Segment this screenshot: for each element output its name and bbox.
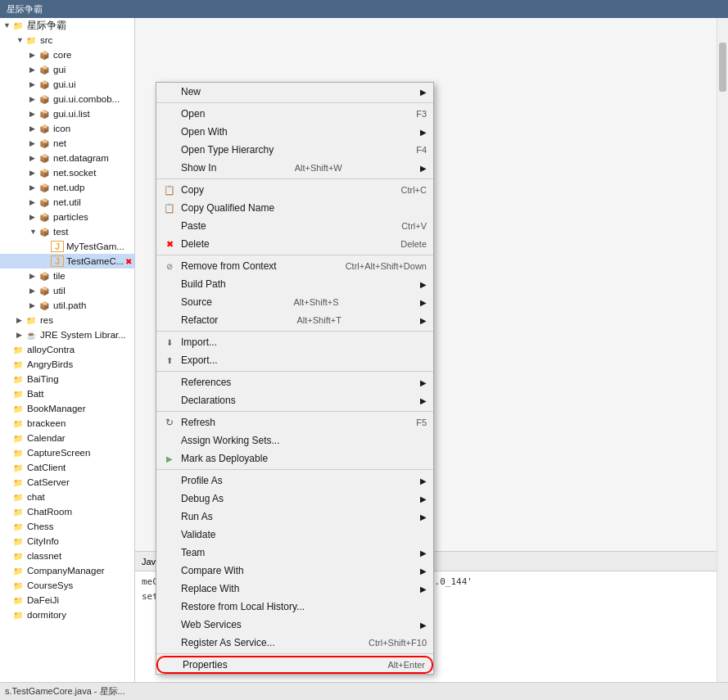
menu-item-open-with[interactable]: Open With ▶	[156, 123, 433, 141]
tree-item-label: net.socket	[53, 168, 96, 178]
tree-item[interactable]: 📁 chat	[0, 490, 134, 504]
menu-item-declarations[interactable]: Declarations ▶	[156, 391, 433, 409]
tree-item[interactable]: ▶ 📦 net.datagram	[0, 151, 134, 165]
menu-item-team[interactable]: Team ▶	[156, 544, 433, 562]
menu-item-copy-qualified-name[interactable]: 📋 Copy Qualified Name	[156, 199, 433, 217]
menu-item-run-as[interactable]: Run As ▶	[156, 508, 433, 526]
tree-item[interactable]: ▶ 📦 net.udp	[0, 180, 134, 195]
submenu-arrow-icon: ▶	[420, 88, 427, 97]
menu-item-build-path[interactable]: Build Path ▶	[156, 275, 433, 293]
tree-item[interactable]: 📁 Chess	[0, 519, 134, 534]
tree-item[interactable]: 📁 Calendar	[0, 431, 134, 445]
tree-item[interactable]: ▶ 📦 gui.ui	[0, 77, 134, 92]
menu-item-references[interactable]: References ▶	[156, 373, 433, 391]
menu-icon: ⬆	[161, 356, 178, 365]
tree-item[interactable]: 📁 dormitory	[0, 607, 134, 622]
menu-shortcut: Ctrl+V	[401, 221, 427, 231]
menu-item-source[interactable]: Source Alt+Shift+S ▶	[156, 293, 433, 311]
menu-item-copy[interactable]: 📋 Copy Ctrl+C	[156, 181, 433, 199]
menu-separator	[156, 255, 433, 255]
menu-item-mark-as-deployable[interactable]: ▶ Mark as Deployable	[156, 449, 433, 467]
tree-item[interactable]: 📁 DaFeiJi	[0, 593, 134, 607]
menu-item-refactor[interactable]: Refactor Alt+Shift+T ▶	[156, 311, 433, 329]
tree-item[interactable]: 📁 CourseSys	[0, 578, 134, 593]
submenu-arrow-icon: ▶	[420, 378, 427, 387]
menu-item-restore-from-local-history[interactable]: Restore from Local History...	[156, 598, 433, 616]
menu-separator	[156, 371, 433, 372]
tree-item[interactable]: 📁 CatServer	[0, 475, 134, 490]
menu-item-compare-with[interactable]: Compare With ▶	[156, 562, 433, 580]
tree-item[interactable]: 📁 brackeen	[0, 416, 134, 431]
tree-item[interactable]: 📁 BookManager	[0, 401, 134, 416]
tree-item[interactable]: 📁 AngryBirds	[0, 357, 134, 372]
tree-item-label: res	[40, 315, 53, 325]
tree-item[interactable]: ▶ 📁 res	[0, 313, 134, 327]
tree-item[interactable]: ▶ 📦 tile	[0, 269, 134, 283]
tree-item[interactable]: 📁 Batt	[0, 386, 134, 401]
tree-item[interactable]: J MyTestGam...	[0, 239, 134, 254]
tree-item[interactable]: 📁 classnet	[0, 549, 134, 563]
tree-item[interactable]: 📁 CaptureScreen	[0, 445, 134, 460]
package-icon: 📦	[38, 123, 51, 134]
scrollbar[interactable]	[717, 18, 728, 682]
tree-item[interactable]: ▶ ☕ JRE System Librar...	[0, 327, 134, 342]
tree-item[interactable]: ▶ 📦 particles	[0, 210, 134, 224]
tree-arrow: ▶	[29, 154, 38, 162]
menu-item-open-type-hierarchy[interactable]: Open Type Hierarchy F4	[156, 141, 433, 159]
tree-item[interactable]: J TestGameC... ✖	[0, 254, 134, 269]
package-icon: 📦	[38, 211, 51, 223]
folder-icon: 📁	[11, 432, 25, 444]
menu-item-export[interactable]: ⬆ Export...	[156, 351, 433, 369]
tree-item[interactable]: ▶ 📦 core	[0, 47, 134, 62]
menu-item-refresh[interactable]: ↻ Refresh F5	[156, 413, 433, 431]
menu-item-remove-from-context[interactable]: ⊘ Remove from Context Ctrl+Alt+Shift+Dow…	[156, 257, 433, 275]
menu-label: Register As Service...	[181, 637, 275, 648]
tree-item[interactable]: 📁 CompanyManager	[0, 563, 134, 578]
menu-item-web-services[interactable]: Web Services ▶	[156, 616, 433, 634]
menu-item-open[interactable]: Open F3	[156, 105, 433, 123]
tree-item-label: alloyContra	[27, 345, 75, 355]
tree-item[interactable]: 📁 CityInfo	[0, 534, 134, 549]
tree-item-label: gui.ui	[53, 79, 76, 89]
menu-label: Import...	[181, 336, 217, 348]
title-text: 星际争霸	[7, 3, 43, 16]
menu-item-properties[interactable]: Properties Alt+Enter	[156, 656, 433, 674]
menu-item-replace-with[interactable]: Replace With ▶	[156, 580, 433, 598]
tree-item[interactable]: ▶ 📦 util	[0, 283, 134, 298]
tree-item[interactable]: ▶ 📦 icon	[0, 121, 134, 136]
tree-item[interactable]: ▶ 📦 util.path	[0, 298, 134, 313]
menu-shortcut: Alt+Shift+T	[296, 315, 341, 325]
tree-item[interactable]: 📁 CatClient	[0, 460, 134, 475]
tree-item[interactable]: ▶ 📦 gui.ui.combob...	[0, 92, 134, 106]
tree-item-label: util	[53, 286, 66, 296]
tree-item[interactable]: ▼ 📦 test	[0, 224, 134, 239]
menu-item-profile-as[interactable]: Profile As ▶	[156, 472, 433, 490]
tree-arrow: ▶	[29, 110, 38, 118]
tree-item[interactable]: ▶ 📦 gui.ui.list	[0, 106, 134, 121]
tree-item[interactable]: 📁 BaiTing	[0, 372, 134, 386]
tree-item[interactable]: ▶ 📦 gui	[0, 62, 134, 77]
tree-item[interactable]: ▶ 📦 net	[0, 136, 134, 151]
package-icon: 📦	[38, 167, 51, 178]
menu-label: Refresh	[181, 417, 215, 428]
tree-item[interactable]: 📁 ChatRoom	[0, 504, 134, 519]
project-tree[interactable]: ▼📁星际争霸 ▼ 📁 src ▶ 📦 core ▶ 📦 gui ▶ 📦 gui.…	[0, 18, 135, 682]
menu-item-delete[interactable]: ✖ Delete Delete	[156, 235, 433, 253]
menu-item-show-in[interactable]: Show In Alt+Shift+W ▶	[156, 159, 433, 177]
tree-item[interactable]: ▶ 📦 net.util	[0, 195, 134, 210]
tree-root[interactable]: ▼📁星际争霸	[0, 18, 134, 33]
tree-item[interactable]: ▶ 📦 net.socket	[0, 165, 134, 180]
menu-item-import[interactable]: ⬇ Import...	[156, 333, 433, 351]
menu-item-register-as-service[interactable]: Register As Service... Ctrl+Shift+F10	[156, 634, 433, 652]
folder-icon: 📁	[25, 34, 38, 46]
menu-item-assign-working-sets[interactable]: Assign Working Sets...	[156, 431, 433, 449]
menu-item-validate[interactable]: Validate	[156, 526, 433, 544]
menu-item-paste[interactable]: Paste Ctrl+V	[156, 217, 433, 235]
scrollbar-thumb[interactable]	[719, 43, 726, 92]
menu-item-debug-as[interactable]: Debug As ▶	[156, 490, 433, 508]
submenu-arrow-icon: ▶	[420, 513, 427, 522]
tree-item[interactable]: 📁 alloyContra	[0, 342, 134, 357]
menu-item-new[interactable]: New ▶	[156, 83, 433, 101]
tree-item[interactable]: ▼ 📁 src	[0, 33, 134, 47]
tree-item-label: icon	[53, 124, 70, 133]
